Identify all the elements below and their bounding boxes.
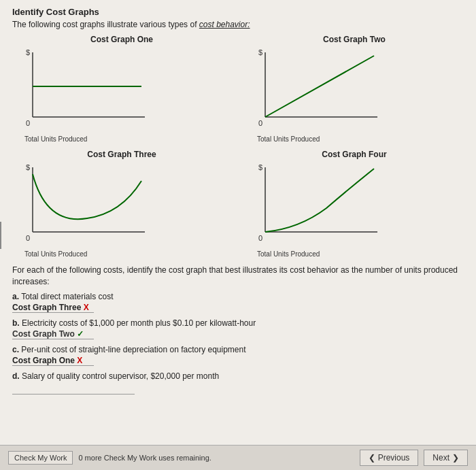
graph-two-block: Cost Graph Two $ 0 Total Units Produced bbox=[245, 35, 464, 143]
question-c: c. Per-unit cost of straight-line deprec… bbox=[12, 345, 464, 366]
graph-three-title: Cost Graph Three bbox=[12, 150, 231, 159]
question-d-text: d. Salary of quality control supervisor,… bbox=[12, 371, 464, 381]
question-c-answer: Cost Graph One X bbox=[12, 356, 94, 366]
question-b-text: b. Electricity costs of $1,000 per month… bbox=[12, 318, 464, 328]
question-a-answer: Cost Graph Three X bbox=[12, 303, 94, 313]
svg-text:0: 0 bbox=[258, 234, 262, 242]
question-d: d. Salary of quality control supervisor,… bbox=[12, 371, 464, 397]
question-a-body: Total direct materials cost bbox=[21, 292, 113, 301]
graph-four-title: Cost Graph Four bbox=[245, 150, 464, 159]
question-b-status: ✓ bbox=[77, 329, 84, 339]
svg-text:$: $ bbox=[26, 163, 30, 171]
question-d-answer[interactable] bbox=[12, 382, 135, 395]
questions-intro: For each of the following costs, identif… bbox=[12, 265, 464, 288]
graph-four-block: Cost Graph Four $ 0 Total Units Produced bbox=[245, 150, 464, 258]
graph-one-xlabel: Total Units Produced bbox=[12, 135, 231, 143]
question-b-answer: Cost Graph Two ✓ bbox=[12, 329, 94, 339]
question-a-text: a. Total direct materials cost bbox=[12, 292, 464, 301]
question-b: b. Electricity costs of $1,000 per month… bbox=[12, 318, 464, 339]
question-c-answer-text: Cost Graph One bbox=[12, 356, 75, 365]
page-title: Identify Cost Graphs bbox=[12, 7, 464, 17]
intro-text-italic: cost behavior: bbox=[199, 20, 250, 29]
question-d-label: d. bbox=[12, 371, 20, 381]
question-b-label: b. bbox=[12, 318, 20, 328]
questions-section: For each of the following costs, identif… bbox=[12, 265, 464, 397]
question-c-text: c. Per-unit cost of straight-line deprec… bbox=[12, 345, 464, 354]
graph-four-area: $ 0 bbox=[245, 161, 381, 249]
svg-text:$: $ bbox=[258, 163, 262, 171]
graph-three-block: Cost Graph Three $ 0 Total Units Produce… bbox=[12, 150, 231, 258]
previous-label: Previous bbox=[378, 453, 410, 463]
svg-text:0: 0 bbox=[26, 119, 30, 127]
graph-one-block: Cost Graph One $ 0 Total Units Produced bbox=[12, 35, 231, 143]
intro-text: The following cost graphs illustrate var… bbox=[12, 20, 464, 29]
intro-text-main: The following cost graphs illustrate var… bbox=[12, 20, 197, 29]
svg-text:$: $ bbox=[26, 48, 30, 56]
question-a-label: a. bbox=[12, 292, 19, 301]
check-my-work-button[interactable]: Check My Work bbox=[8, 451, 73, 465]
graph-three-area: $ 0 bbox=[12, 161, 148, 249]
graph-two-title: Cost Graph Two bbox=[245, 35, 464, 44]
question-c-body: Per-unit cost of straight-line depreciat… bbox=[21, 345, 245, 354]
question-d-body: Salary of quality control supervisor, $2… bbox=[22, 371, 219, 381]
graph-one-area: $ 0 bbox=[12, 46, 148, 134]
next-chevron-icon: ❯ bbox=[452, 453, 459, 463]
graph-one-title: Cost Graph One bbox=[12, 35, 231, 44]
graph-two-xlabel: Total Units Produced bbox=[245, 135, 464, 143]
remaining-text: 0 more Check My Work uses remaining. bbox=[78, 454, 211, 462]
previous-button[interactable]: ❮ Previous bbox=[360, 450, 419, 466]
main-container: ❮ Identify Cost Graphs The following cos… bbox=[0, 0, 476, 470]
next-label: Next bbox=[432, 453, 449, 463]
left-nav-arrow[interactable]: ❮ bbox=[0, 222, 1, 249]
svg-text:0: 0 bbox=[258, 119, 262, 127]
next-button[interactable]: Next ❯ bbox=[424, 450, 468, 466]
graphs-container: Cost Graph One $ 0 Total Units Produced … bbox=[12, 35, 464, 258]
graph-three-xlabel: Total Units Produced bbox=[12, 250, 231, 258]
graph-four-xlabel: Total Units Produced bbox=[245, 250, 464, 258]
question-a: a. Total direct materials cost Cost Grap… bbox=[12, 292, 464, 313]
question-c-status: X bbox=[77, 356, 82, 365]
question-a-status: X bbox=[84, 303, 89, 312]
prev-chevron-icon: ❮ bbox=[369, 453, 375, 463]
svg-line-9 bbox=[265, 56, 374, 117]
svg-text:0: 0 bbox=[26, 234, 30, 242]
nav-buttons: ❮ Previous Next ❯ bbox=[360, 450, 468, 466]
svg-text:$: $ bbox=[258, 48, 262, 56]
footer: Check My Work 0 more Check My Work uses … bbox=[0, 445, 476, 470]
question-a-answer-text: Cost Graph Three bbox=[12, 303, 81, 312]
question-c-label: c. bbox=[12, 345, 19, 354]
question-b-body: Electricity costs of $1,000 per month pl… bbox=[22, 318, 256, 328]
question-b-answer-text: Cost Graph Two bbox=[12, 329, 75, 339]
graph-two-area: $ 0 bbox=[245, 46, 381, 134]
